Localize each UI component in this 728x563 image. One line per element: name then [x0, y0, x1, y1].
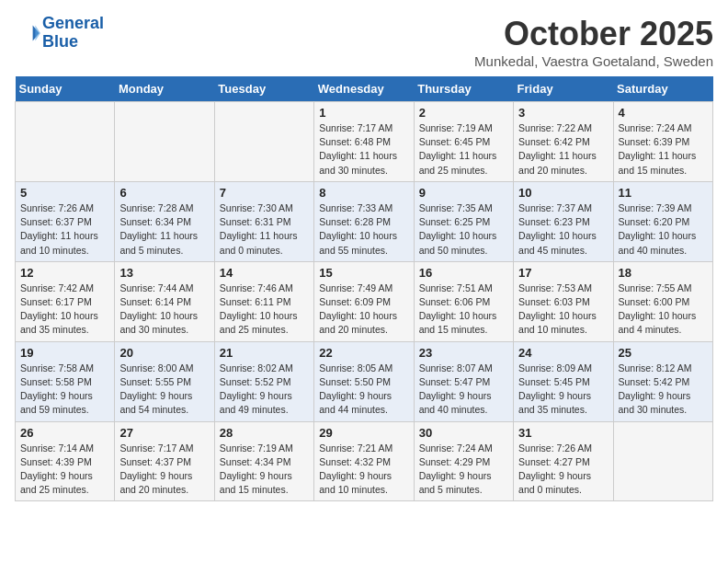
- day-number: 9: [419, 186, 508, 200]
- day-info: Sunrise: 7:39 AM Sunset: 6:20 PM Dayligh…: [619, 201, 708, 258]
- weekday-header: Monday: [115, 76, 214, 102]
- day-number: 7: [220, 186, 309, 200]
- day-number: 25: [619, 346, 708, 360]
- logo-text: General Blue: [42, 15, 104, 52]
- page-header: General Blue October 2025 Munkedal, Vaes…: [15, 15, 713, 69]
- calendar-cell: 13Sunrise: 7:44 AM Sunset: 6:14 PM Dayli…: [115, 261, 214, 341]
- day-info: Sunrise: 7:19 AM Sunset: 4:34 PM Dayligh…: [220, 442, 309, 498]
- day-number: 14: [220, 266, 309, 280]
- calendar-week-row: 26Sunrise: 7:14 AM Sunset: 4:39 PM Dayli…: [16, 421, 713, 501]
- logo-line2: Blue: [42, 32, 78, 51]
- calendar-cell: 30Sunrise: 7:24 AM Sunset: 4:29 PM Dayli…: [414, 421, 513, 501]
- calendar-cell: 9Sunrise: 7:35 AM Sunset: 6:25 PM Daylig…: [414, 181, 513, 261]
- day-number: 4: [619, 106, 708, 120]
- calendar-cell: 1Sunrise: 7:17 AM Sunset: 6:48 PM Daylig…: [314, 102, 414, 182]
- weekday-header: Thursday: [414, 76, 513, 102]
- day-info: Sunrise: 7:44 AM Sunset: 6:14 PM Dayligh…: [119, 282, 209, 338]
- calendar-cell: 20Sunrise: 8:00 AM Sunset: 5:55 PM Dayli…: [115, 341, 214, 421]
- day-info: Sunrise: 7:17 AM Sunset: 6:48 PM Dayligh…: [319, 121, 408, 178]
- day-number: 11: [619, 186, 708, 200]
- day-info: Sunrise: 7:24 AM Sunset: 6:39 PM Dayligh…: [619, 121, 708, 178]
- day-number: 21: [220, 346, 309, 360]
- calendar-cell: 15Sunrise: 7:49 AM Sunset: 6:09 PM Dayli…: [314, 261, 414, 341]
- day-info: Sunrise: 7:26 AM Sunset: 4:27 PM Dayligh…: [518, 442, 608, 498]
- logo-icon: [15, 20, 40, 46]
- day-info: Sunrise: 7:21 AM Sunset: 4:32 PM Dayligh…: [319, 442, 408, 498]
- day-info: Sunrise: 7:49 AM Sunset: 6:09 PM Dayligh…: [319, 282, 408, 338]
- day-info: Sunrise: 7:17 AM Sunset: 4:37 PM Dayligh…: [119, 442, 209, 498]
- day-info: Sunrise: 7:14 AM Sunset: 4:39 PM Dayligh…: [20, 442, 109, 498]
- calendar-cell: 28Sunrise: 7:19 AM Sunset: 4:34 PM Dayli…: [214, 421, 313, 501]
- weekday-header: Saturday: [613, 76, 712, 102]
- calendar-cell: [115, 102, 214, 182]
- calendar-cell: [16, 102, 115, 182]
- calendar-week-row: 12Sunrise: 7:42 AM Sunset: 6:17 PM Dayli…: [16, 261, 713, 341]
- calendar-cell: 7Sunrise: 7:30 AM Sunset: 6:31 PM Daylig…: [214, 181, 313, 261]
- calendar-cell: 31Sunrise: 7:26 AM Sunset: 4:27 PM Dayli…: [514, 421, 613, 501]
- calendar-cell: [214, 102, 313, 182]
- weekday-header: Friday: [514, 76, 613, 102]
- day-info: Sunrise: 7:28 AM Sunset: 6:34 PM Dayligh…: [119, 201, 209, 258]
- calendar-cell: 4Sunrise: 7:24 AM Sunset: 6:39 PM Daylig…: [613, 102, 712, 182]
- calendar-cell: 6Sunrise: 7:28 AM Sunset: 6:34 PM Daylig…: [115, 181, 214, 261]
- day-number: 17: [518, 266, 608, 280]
- calendar-cell: 23Sunrise: 8:07 AM Sunset: 5:47 PM Dayli…: [414, 341, 513, 421]
- svg-marker-1: [35, 25, 40, 40]
- day-info: Sunrise: 8:09 AM Sunset: 5:45 PM Dayligh…: [518, 362, 608, 418]
- day-info: Sunrise: 7:42 AM Sunset: 6:17 PM Dayligh…: [20, 282, 109, 338]
- calendar-cell: 21Sunrise: 8:02 AM Sunset: 5:52 PM Dayli…: [214, 341, 313, 421]
- calendar-cell: 8Sunrise: 7:33 AM Sunset: 6:28 PM Daylig…: [314, 181, 414, 261]
- day-info: Sunrise: 7:58 AM Sunset: 5:58 PM Dayligh…: [20, 362, 109, 418]
- day-number: 24: [518, 346, 608, 360]
- day-info: Sunrise: 7:51 AM Sunset: 6:06 PM Dayligh…: [419, 282, 508, 338]
- day-number: 19: [20, 346, 109, 360]
- day-info: Sunrise: 7:26 AM Sunset: 6:37 PM Dayligh…: [20, 201, 109, 258]
- weekday-header: Sunday: [16, 76, 115, 102]
- logo: General Blue: [15, 15, 104, 52]
- day-number: 20: [119, 346, 209, 360]
- calendar-cell: 11Sunrise: 7:39 AM Sunset: 6:20 PM Dayli…: [613, 181, 712, 261]
- logo-line1: General: [42, 14, 104, 32]
- day-number: 23: [419, 346, 508, 360]
- day-info: Sunrise: 7:24 AM Sunset: 4:29 PM Dayligh…: [419, 442, 508, 498]
- calendar-cell: 16Sunrise: 7:51 AM Sunset: 6:06 PM Dayli…: [414, 261, 513, 341]
- location: Munkedal, Vaestra Goetaland, Sweden: [474, 53, 713, 69]
- day-number: 18: [619, 266, 708, 280]
- day-number: 15: [319, 266, 408, 280]
- weekday-header: Wednesday: [314, 76, 414, 102]
- calendar-week-row: 19Sunrise: 7:58 AM Sunset: 5:58 PM Dayli…: [16, 341, 713, 421]
- day-info: Sunrise: 8:07 AM Sunset: 5:47 PM Dayligh…: [419, 362, 508, 418]
- day-number: 22: [319, 346, 408, 360]
- day-number: 13: [119, 266, 209, 280]
- day-info: Sunrise: 7:35 AM Sunset: 6:25 PM Dayligh…: [419, 201, 508, 258]
- calendar-cell: 29Sunrise: 7:21 AM Sunset: 4:32 PM Dayli…: [314, 421, 414, 501]
- day-info: Sunrise: 7:53 AM Sunset: 6:03 PM Dayligh…: [518, 282, 608, 338]
- day-info: Sunrise: 7:30 AM Sunset: 6:31 PM Dayligh…: [220, 201, 309, 258]
- calendar-cell: 26Sunrise: 7:14 AM Sunset: 4:39 PM Dayli…: [16, 421, 115, 501]
- day-number: 2: [419, 106, 508, 120]
- calendar-cell: 3Sunrise: 7:22 AM Sunset: 6:42 PM Daylig…: [514, 102, 613, 182]
- day-info: Sunrise: 7:55 AM Sunset: 6:00 PM Dayligh…: [619, 282, 708, 338]
- day-info: Sunrise: 7:33 AM Sunset: 6:28 PM Dayligh…: [319, 201, 408, 258]
- calendar-cell: 27Sunrise: 7:17 AM Sunset: 4:37 PM Dayli…: [115, 421, 214, 501]
- day-number: 8: [319, 186, 408, 200]
- calendar-cell: 12Sunrise: 7:42 AM Sunset: 6:17 PM Dayli…: [16, 261, 115, 341]
- day-number: 28: [220, 426, 309, 440]
- month-title: October 2025: [474, 15, 713, 53]
- weekday-header: Tuesday: [214, 76, 313, 102]
- day-info: Sunrise: 7:46 AM Sunset: 6:11 PM Dayligh…: [220, 282, 309, 338]
- calendar-cell: 19Sunrise: 7:58 AM Sunset: 5:58 PM Dayli…: [16, 341, 115, 421]
- calendar-cell: 5Sunrise: 7:26 AM Sunset: 6:37 PM Daylig…: [16, 181, 115, 261]
- day-number: 30: [419, 426, 508, 440]
- day-info: Sunrise: 7:37 AM Sunset: 6:23 PM Dayligh…: [518, 201, 608, 258]
- calendar-cell: 17Sunrise: 7:53 AM Sunset: 6:03 PM Dayli…: [514, 261, 613, 341]
- title-block: October 2025 Munkedal, Vaestra Goetaland…: [474, 15, 713, 69]
- calendar-cell: 25Sunrise: 8:12 AM Sunset: 5:42 PM Dayli…: [613, 341, 712, 421]
- day-number: 29: [319, 426, 408, 440]
- calendar-cell: 24Sunrise: 8:09 AM Sunset: 5:45 PM Dayli…: [514, 341, 613, 421]
- day-number: 27: [119, 426, 209, 440]
- day-info: Sunrise: 7:22 AM Sunset: 6:42 PM Dayligh…: [518, 121, 608, 178]
- day-number: 5: [20, 186, 109, 200]
- day-number: 26: [20, 426, 109, 440]
- day-number: 6: [119, 186, 209, 200]
